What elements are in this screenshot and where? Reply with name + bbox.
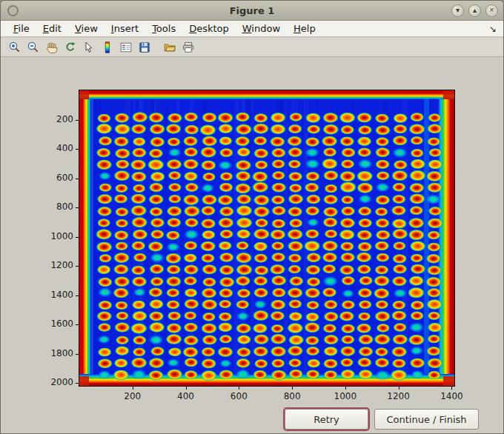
y-tick-label: 800 — [39, 201, 73, 212]
figure-window: Figure 1 ▾ ▴ × File Edit View Insert Too… — [0, 0, 504, 434]
zoom-out-button[interactable] — [24, 39, 42, 56]
close-button[interactable]: × — [485, 4, 498, 17]
insert-legend-button[interactable] — [117, 39, 134, 56]
window-titlebar[interactable]: Figure 1 ▾ ▴ × — [1, 1, 503, 21]
y-tick-label: 1200 — [39, 260, 73, 270]
y-tick-mark — [76, 120, 79, 121]
figure-toolbar — [1, 38, 503, 57]
x-tick-mark — [186, 387, 187, 390]
window-controls: ▾ ▴ × — [451, 4, 498, 17]
y-tick-mark — [76, 383, 79, 384]
open-folder-icon — [163, 41, 176, 54]
cursor-arrow-icon — [82, 41, 96, 54]
legend-icon — [119, 41, 133, 54]
zoom-in-button[interactable] — [6, 39, 23, 56]
y-tick-mark — [76, 149, 79, 150]
x-tick-label: 200 — [116, 391, 149, 401]
pan-hand-icon — [45, 41, 59, 54]
x-tick-label: 1200 — [382, 391, 415, 401]
y-tick-label: 1800 — [39, 348, 73, 358]
window-title: Figure 1 — [230, 5, 275, 16]
maximize-icon: ▴ — [473, 7, 477, 14]
x-tick-mark — [451, 387, 452, 390]
x-tick-label: 600 — [222, 391, 255, 401]
x-tick-mark — [239, 387, 239, 390]
menu-item-file[interactable]: File — [7, 21, 36, 36]
y-tick-label: 1600 — [39, 318, 73, 329]
x-tick-label: 800 — [276, 391, 308, 401]
window-menu-icon[interactable] — [7, 5, 19, 16]
toolbar-separator — [153, 47, 160, 47]
y-tick-mark — [76, 237, 79, 238]
pan-button[interactable] — [43, 39, 60, 56]
printer-icon — [182, 41, 195, 54]
zoom-in-icon — [8, 41, 21, 54]
y-tick-mark — [76, 266, 79, 267]
menu-item-window[interactable]: Window — [236, 21, 287, 36]
y-tick-label: 2000 — [39, 377, 73, 387]
minimize-icon: ▾ — [456, 7, 460, 14]
continue-finish-button[interactable]: Continue / Finish — [374, 409, 479, 430]
menu-item-desktop[interactable]: Desktop — [182, 21, 236, 36]
y-tick-label: 1400 — [39, 290, 73, 300]
minimize-button[interactable]: ▾ — [451, 4, 464, 17]
y-tick-mark — [76, 296, 79, 296]
open-file-button[interactable] — [161, 39, 178, 56]
y-tick-mark — [76, 207, 79, 208]
y-tick-label: 400 — [39, 143, 73, 153]
microarray-plot-canvas[interactable] — [79, 90, 455, 387]
x-tick-mark — [345, 387, 346, 390]
edit-plot-button[interactable] — [80, 39, 97, 56]
x-tick-mark — [292, 387, 293, 390]
menu-item-view[interactable]: View — [68, 21, 105, 36]
menu-item-tools[interactable]: Tools — [145, 21, 182, 36]
print-figure-button[interactable] — [179, 39, 196, 56]
dock-figure-icon[interactable]: ↘ — [489, 24, 497, 34]
insert-colorbar-button[interactable] — [99, 39, 116, 56]
close-icon: × — [490, 7, 494, 14]
x-tick-label: 1400 — [435, 391, 468, 401]
x-tick-mark — [133, 387, 133, 390]
zoom-out-icon — [27, 41, 40, 54]
y-tick-label: 600 — [39, 173, 73, 183]
x-tick-label: 400 — [170, 391, 202, 401]
rotate-3d-icon — [64, 41, 77, 54]
y-tick-mark — [76, 324, 79, 325]
menu-item-help[interactable]: Help — [287, 21, 322, 36]
save-figure-button[interactable] — [136, 39, 153, 56]
colorbar-icon — [101, 41, 114, 54]
menu-bar: File Edit View Insert Tools Desktop Wind… — [1, 21, 503, 37]
x-tick-label: 1000 — [329, 391, 362, 401]
menu-item-edit[interactable]: Edit — [36, 21, 68, 36]
retry-button[interactable]: Retry — [285, 409, 368, 430]
y-tick-label: 1000 — [39, 231, 73, 241]
maximize-button[interactable]: ▴ — [468, 4, 481, 17]
y-tick-mark — [76, 354, 79, 355]
x-tick-mark — [399, 387, 399, 390]
menu-item-insert[interactable]: Insert — [105, 21, 145, 36]
y-tick-mark — [76, 178, 79, 179]
save-floppy-icon — [138, 41, 151, 54]
rotate-3d-button[interactable] — [62, 39, 79, 56]
y-tick-label: 200 — [39, 114, 73, 124]
